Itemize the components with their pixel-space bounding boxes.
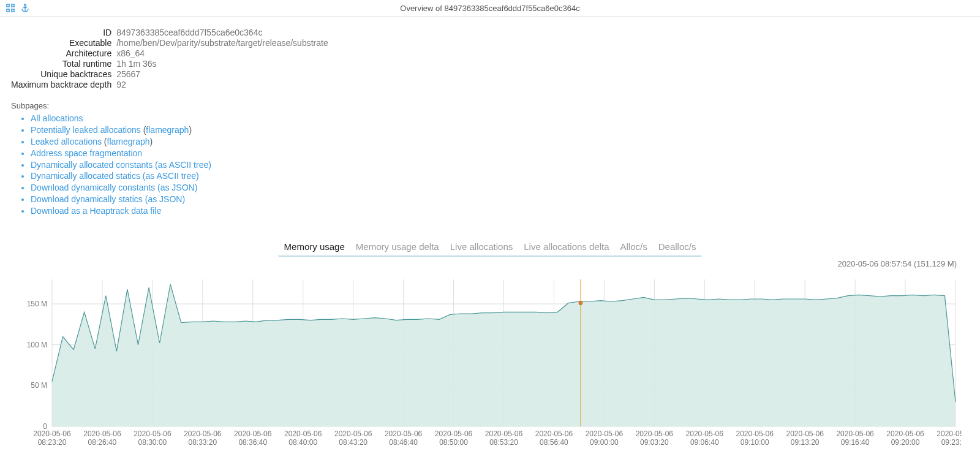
info-value: 25667 <box>116 69 333 80</box>
svg-text:08:26:40: 08:26:40 <box>88 438 117 447</box>
subpage-link[interactable]: Dynamically allocated statics (as ASCII … <box>31 171 199 181</box>
svg-text:08:40:00: 08:40:00 <box>288 438 317 447</box>
svg-text:150 M: 150 M <box>27 300 47 308</box>
tab-memory-usage[interactable]: Memory usage <box>284 241 345 252</box>
list-item: All allocations <box>31 113 969 124</box>
svg-text:2020-05-06: 2020-05-06 <box>385 429 423 438</box>
svg-text:2020-05-06: 2020-05-06 <box>83 429 121 438</box>
chart-hover-readout: 2020-05-06 08:57:54 (151.129 M) <box>11 259 969 268</box>
info-label: Executable <box>11 38 116 48</box>
svg-text:2020-05-06: 2020-05-06 <box>234 429 272 438</box>
info-value: 1h 1m 36s <box>116 59 333 69</box>
info-label: Total runtime <box>11 59 116 69</box>
subpage-link[interactable]: All allocations <box>31 113 83 123</box>
svg-rect-2 <box>7 9 9 12</box>
svg-text:2020-05-06: 2020-05-06 <box>33 429 71 438</box>
svg-text:0: 0 <box>43 422 47 431</box>
svg-text:09:16:40: 09:16:40 <box>841 438 870 447</box>
svg-text:2020-05-06: 2020-05-06 <box>836 429 874 438</box>
tab-memory-usage-delta[interactable]: Memory usage delta <box>356 241 439 252</box>
list-item: Download as a Heaptrack data file <box>31 205 969 217</box>
tab-live-allocations-delta[interactable]: Live allocations delta <box>524 241 609 252</box>
svg-text:2020-05-06: 2020-05-06 <box>284 429 322 438</box>
svg-point-4 <box>24 4 26 6</box>
svg-text:2020-05-06: 2020-05-06 <box>886 429 924 438</box>
info-label: ID <box>11 28 116 38</box>
svg-text:08:53:20: 08:53:20 <box>489 438 518 447</box>
svg-text:2020-05-06: 2020-05-06 <box>786 429 824 438</box>
page-title: Overview of 8497363385ceaf6ddd7f55ca6e0c… <box>0 4 980 13</box>
list-item: Leaked allocations (flamegraph) <box>31 136 969 148</box>
svg-text:09:10:00: 09:10:00 <box>741 438 769 447</box>
svg-text:08:23:20: 08:23:20 <box>38 438 67 447</box>
list-item: Download dynamically statics (as JSON) <box>31 194 969 205</box>
memory-usage-chart[interactable]: 2020-05-0608:23:202020-05-0608:26:402020… <box>11 273 969 454</box>
subpage-link[interactable]: Potentially leaked allocations <box>31 125 141 135</box>
list-item: Dynamically allocated statics (as ASCII … <box>31 170 969 182</box>
svg-text:09:23:20: 09:23:20 <box>941 438 962 447</box>
svg-text:09:03:20: 09:03:20 <box>640 438 669 447</box>
info-value: 8497363385ceaf6ddd7f55ca6e0c364c <box>116 28 333 38</box>
tab-alloc-s[interactable]: Alloc/s <box>620 241 647 252</box>
svg-text:09:13:20: 09:13:20 <box>791 438 820 447</box>
svg-text:2020-05-06: 2020-05-06 <box>636 429 674 438</box>
subpage-link[interactable]: Download dynamically statics (as JSON) <box>31 194 185 204</box>
svg-text:2020-05-06: 2020-05-06 <box>686 429 724 438</box>
topbar: Overview of 8497363385ceaf6ddd7f55ca6e0c… <box>0 0 980 17</box>
info-table: ID8497363385ceaf6ddd7f55ca6e0c364cExecut… <box>11 28 333 90</box>
chart-tabs: Memory usageMemory usage deltaLive alloc… <box>278 240 703 257</box>
subpages-list: All allocationsPotentially leaked alloca… <box>11 113 969 217</box>
tab-dealloc-s[interactable]: Dealloc/s <box>658 241 696 252</box>
subpage-link[interactable]: Download dynamically constants (as JSON) <box>31 183 197 192</box>
svg-text:08:33:20: 08:33:20 <box>188 438 217 447</box>
svg-text:2020-05-06: 2020-05-06 <box>586 429 624 438</box>
tab-live-allocations[interactable]: Live allocations <box>450 241 513 252</box>
info-value: 92 <box>116 80 333 90</box>
svg-text:08:56:40: 08:56:40 <box>540 438 568 447</box>
subpage-link[interactable]: flamegraph <box>146 125 189 135</box>
svg-rect-0 <box>7 4 9 7</box>
svg-point-73 <box>579 301 582 305</box>
subpage-link[interactable]: Dynamically allocated constants (as ASCI… <box>31 160 211 170</box>
anchor-icon[interactable] <box>21 4 29 12</box>
svg-text:09:00:00: 09:00:00 <box>590 438 619 447</box>
svg-text:09:20:00: 09:20:00 <box>891 438 920 447</box>
subpage-link[interactable]: Address space fragmentation <box>31 148 142 158</box>
svg-rect-1 <box>12 4 14 7</box>
svg-text:2020-05-06: 2020-05-06 <box>184 429 222 438</box>
svg-text:2020-05-06: 2020-05-06 <box>435 429 473 438</box>
list-item: Dynamically allocated constants (as ASCI… <box>31 159 969 171</box>
svg-text:2020-05-06: 2020-05-06 <box>334 429 372 438</box>
svg-text:09:06:40: 09:06:40 <box>690 438 719 447</box>
info-value: x86_64 <box>116 48 333 59</box>
list-item: Potentially leaked allocations (flamegra… <box>31 124 969 136</box>
svg-text:08:43:20: 08:43:20 <box>339 438 368 447</box>
svg-text:100 M: 100 M <box>27 341 47 349</box>
svg-text:08:46:40: 08:46:40 <box>389 438 418 447</box>
grid-icon[interactable] <box>6 4 15 12</box>
svg-text:08:50:00: 08:50:00 <box>439 438 468 447</box>
subpage-link[interactable]: Download as a Heaptrack data file <box>31 206 161 216</box>
list-item: Address space fragmentation <box>31 148 969 159</box>
list-item: Download dynamically constants (as JSON) <box>31 182 969 194</box>
svg-text:2020-05-06: 2020-05-06 <box>937 429 962 438</box>
svg-text:08:30:00: 08:30:00 <box>138 438 167 447</box>
subpages-heading: Subpages: <box>11 101 969 110</box>
svg-text:2020-05-06: 2020-05-06 <box>485 429 523 438</box>
svg-text:2020-05-06: 2020-05-06 <box>736 429 774 438</box>
info-value: /home/ben/Dev/parity/substrate/target/re… <box>116 38 333 48</box>
info-label: Architecture <box>11 48 116 59</box>
svg-rect-3 <box>12 9 14 12</box>
svg-text:50 M: 50 M <box>31 381 47 390</box>
svg-text:08:36:40: 08:36:40 <box>238 438 267 447</box>
info-label: Maximum backtrace depth <box>11 80 116 90</box>
subpage-link[interactable]: flamegraph <box>107 137 150 146</box>
subpage-link[interactable]: Leaked allocations <box>31 137 102 146</box>
info-label: Unique backtraces <box>11 69 116 80</box>
svg-text:2020-05-06: 2020-05-06 <box>535 429 573 438</box>
svg-text:2020-05-06: 2020-05-06 <box>134 429 172 438</box>
